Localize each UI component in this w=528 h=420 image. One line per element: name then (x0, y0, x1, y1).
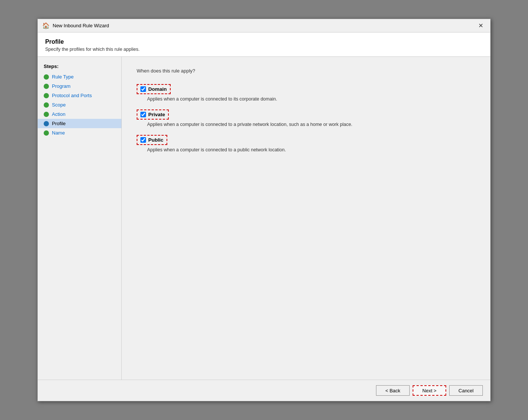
public-description: Applies when a computer is connected to … (147, 146, 475, 154)
option-header-domain: Domain (137, 84, 475, 94)
main-panel: When does this rule apply? Domain Applie… (122, 57, 490, 380)
option-item-public: Public Applies when a computer is connec… (137, 135, 475, 154)
header-area: Profile Specify the profiles for which t… (38, 33, 490, 57)
page-title: Profile (45, 38, 483, 45)
public-dashed-box: Public (137, 135, 167, 145)
public-label: Public (148, 137, 164, 143)
sidebar-label-scope: Scope (52, 102, 66, 108)
step-dot-action (44, 112, 49, 117)
title-bar-left: 🏠 New Inbound Rule Wizard (42, 22, 109, 30)
sidebar-item-profile[interactable]: Profile (38, 119, 121, 128)
sidebar-label-name: Name (52, 130, 65, 136)
domain-description: Applies when a computer is connected to … (147, 96, 475, 103)
step-dot-protocol-ports (44, 93, 49, 98)
option-header-private: Private (137, 109, 475, 120)
footer: < Back Next > Cancel (38, 380, 490, 401)
window-title: New Inbound Rule Wizard (53, 23, 109, 28)
private-dashed-box: Private (137, 109, 169, 120)
domain-checkbox[interactable] (140, 86, 146, 92)
sidebar-label-rule-type: Rule Type (52, 74, 74, 80)
content-area: Steps: Rule Type Program Protocol and Po… (38, 57, 490, 380)
page-subtitle: Specify the profiles for which this rule… (45, 47, 483, 52)
step-dot-scope (44, 102, 49, 108)
wizard-window: 🏠 New Inbound Rule Wizard ✕ Profile Spec… (37, 19, 491, 401)
domain-label: Domain (148, 86, 167, 92)
sidebar-item-scope[interactable]: Scope (38, 100, 121, 109)
title-bar: 🏠 New Inbound Rule Wizard ✕ (38, 19, 490, 33)
sidebar-label-profile: Profile (52, 121, 66, 126)
sidebar-label-action: Action (52, 111, 65, 117)
private-label: Private (148, 112, 165, 117)
sidebar-item-protocol-ports[interactable]: Protocol and Ports (38, 91, 121, 100)
close-button[interactable]: ✕ (475, 22, 486, 30)
private-checkbox[interactable] (140, 112, 146, 117)
step-dot-rule-type (44, 74, 49, 80)
sidebar-item-name[interactable]: Name (38, 128, 121, 138)
sidebar-item-action[interactable]: Action (38, 109, 121, 119)
next-button[interactable]: Next > (413, 385, 446, 396)
sidebar-label-program: Program (52, 83, 71, 89)
sidebar: Steps: Rule Type Program Protocol and Po… (38, 57, 122, 380)
sidebar-item-program[interactable]: Program (38, 81, 121, 91)
step-dot-name (44, 130, 49, 136)
option-group: Domain Applies when a computer is connec… (137, 84, 475, 153)
option-header-public: Public (137, 135, 475, 145)
private-description: Applies when a computer is connected to … (147, 121, 475, 128)
public-checkbox[interactable] (140, 137, 146, 143)
cancel-button[interactable]: Cancel (449, 385, 483, 396)
sidebar-item-rule-type[interactable]: Rule Type (38, 72, 121, 81)
steps-label: Steps: (38, 61, 121, 72)
option-item-private: Private Applies when a computer is conne… (137, 109, 475, 128)
sidebar-label-protocol-ports: Protocol and Ports (52, 93, 92, 98)
step-dot-program (44, 84, 49, 89)
question-text: When does this rule apply? (137, 68, 475, 74)
domain-dashed-box: Domain (137, 84, 171, 94)
step-dot-profile (44, 121, 49, 126)
option-item-domain: Domain Applies when a computer is connec… (137, 84, 475, 103)
back-button[interactable]: < Back (376, 385, 410, 396)
wizard-icon: 🏠 (42, 22, 50, 30)
